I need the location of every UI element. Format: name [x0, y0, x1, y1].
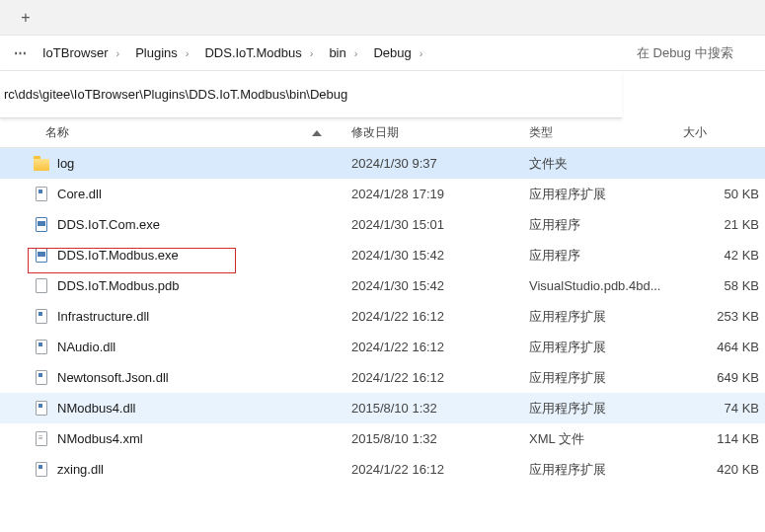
file-name-cell: NModbus4.xml [0, 431, 351, 447]
address-bar[interactable]: rc\dds\gitee\IoTBrowser\Plugins\DDS.IoT.… [0, 71, 622, 118]
file-name-cell: Core.dll [0, 187, 351, 202]
breadcrumb-label: Plugins [135, 45, 178, 60]
file-name-cell: DDS.IoT.Com.exe [0, 217, 351, 233]
file-size: 420 KB [683, 462, 765, 477]
file-name-cell: log [0, 156, 351, 172]
file-date: 2024/1/22 16:12 [351, 309, 529, 324]
file-name: Core.dll [57, 187, 102, 201]
sort-ascending-icon [312, 130, 322, 136]
file-size: 50 KB [683, 187, 765, 201]
document-file-icon [34, 431, 49, 447]
chevron-right-icon[interactable]: › [186, 47, 190, 59]
file-type: 应用程序扩展 [529, 369, 683, 387]
file-name: NModbus4.dll [57, 401, 136, 416]
file-name: Infrastructure.dll [57, 309, 149, 324]
file-date: 2024/1/30 15:01 [351, 217, 529, 232]
file-name: DDS.IoT.Com.exe [57, 217, 160, 232]
file-date: 2024/1/28 17:19 [351, 187, 529, 201]
chevron-right-icon[interactable]: › [420, 47, 423, 59]
file-type: 文件夹 [529, 155, 683, 173]
file-size: 253 KB [683, 309, 765, 324]
chevron-right-icon[interactable]: › [115, 47, 119, 59]
breadcrumb-item[interactable]: Debug› [367, 41, 428, 64]
breadcrumb-item[interactable]: Plugins› [129, 41, 194, 64]
breadcrumb-item[interactable]: DDS.IoT.Modbus› [198, 41, 319, 64]
column-size-header[interactable]: 大小 [683, 124, 765, 141]
dll-file-icon [34, 309, 49, 325]
file-size: 58 KB [683, 278, 765, 293]
breadcrumb-more[interactable]: ⋯ [8, 45, 33, 60]
column-label: 名称 [45, 124, 69, 141]
tab-bar: + [0, 0, 765, 36]
file-name: NModbus4.xml [57, 431, 143, 446]
file-row[interactable]: DDS.IoT.Modbus.exe2024/1/30 15:42应用程序42 … [0, 240, 765, 270]
search-input[interactable]: 在 Debug 中搜索 [629, 40, 757, 66]
file-type: 应用程序扩展 [529, 308, 683, 326]
breadcrumb-label: IoTBrowser [42, 45, 108, 60]
breadcrumb-item[interactable]: IoTBrowser› [37, 41, 125, 64]
file-type: 应用程序扩展 [529, 461, 683, 479]
file-size: 464 KB [683, 340, 765, 354]
file-date: 2015/8/10 1:32 [351, 431, 529, 446]
file-name-cell: DDS.IoT.Modbus.exe [0, 248, 351, 264]
file-type: XML 文件 [529, 430, 683, 448]
dll-file-icon [34, 370, 49, 386]
file-size: 649 KB [683, 370, 765, 385]
folder-icon [34, 156, 49, 172]
breadcrumb: ⋯ IoTBrowser› Plugins› DDS.IoT.Modbus› b… [8, 41, 629, 64]
file-row[interactable]: Infrastructure.dll2024/1/22 16:12应用程序扩展2… [0, 301, 765, 332]
file-row[interactable]: Core.dll2024/1/28 17:19应用程序扩展50 KB [0, 179, 765, 209]
file-date: 2024/1/22 16:12 [351, 340, 529, 354]
file-row[interactable]: Newtonsoft.Json.dll2024/1/22 16:12应用程序扩展… [0, 362, 765, 393]
file-date: 2024/1/30 9:37 [351, 156, 529, 171]
file-row[interactable]: NModbus4.dll2015/8/10 1:32应用程序扩展74 KB [0, 393, 765, 423]
file-name-cell: NModbus4.dll [0, 401, 351, 417]
exe-file-icon [34, 248, 49, 264]
file-date: 2024/1/22 16:12 [351, 370, 529, 385]
file-size: 42 KB [683, 248, 765, 263]
file-type: VisualStudio.pdb.4bd... [529, 278, 683, 293]
file-type: 应用程序 [529, 216, 683, 234]
file-row[interactable]: NModbus4.xml2015/8/10 1:32XML 文件114 KB [0, 423, 765, 454]
breadcrumb-label: Debug [373, 45, 411, 60]
file-row[interactable]: zxing.dll2024/1/22 16:12应用程序扩展420 KB [0, 454, 765, 485]
file-row[interactable]: log2024/1/30 9:37文件夹 [0, 148, 765, 179]
breadcrumb-label: DDS.IoT.Modbus [204, 45, 301, 60]
file-row[interactable]: DDS.IoT.Com.exe2024/1/30 15:01应用程序21 KB [0, 209, 765, 240]
breadcrumb-label: bin [329, 45, 345, 60]
column-name-header[interactable]: 名称 [0, 124, 351, 141]
chevron-right-icon[interactable]: › [354, 47, 358, 59]
breadcrumb-item[interactable]: bin› [323, 41, 363, 64]
column-headers: 名称 修改日期 类型 大小 [0, 118, 765, 148]
file-icon [34, 278, 49, 294]
file-type: 应用程序扩展 [529, 339, 683, 356]
file-list: log2024/1/30 9:37文件夹Core.dll2024/1/28 17… [0, 148, 765, 485]
file-date: 2024/1/22 16:12 [351, 462, 529, 477]
file-type: 应用程序 [529, 247, 683, 265]
file-date: 2024/1/30 15:42 [351, 248, 529, 263]
file-name: NAudio.dll [57, 340, 115, 354]
chevron-right-icon[interactable]: › [310, 47, 314, 59]
file-name-cell: zxing.dll [0, 462, 351, 478]
file-name: log [57, 156, 74, 171]
breadcrumb-row: ⋯ IoTBrowser› Plugins› DDS.IoT.Modbus› b… [0, 36, 765, 71]
file-name: DDS.IoT.Modbus.exe [57, 248, 179, 263]
file-date: 2015/8/10 1:32 [351, 401, 529, 416]
file-size: 114 KB [683, 431, 765, 446]
file-name: zxing.dll [57, 462, 104, 477]
column-type-header[interactable]: 类型 [529, 124, 683, 141]
file-name-cell: NAudio.dll [0, 340, 351, 355]
file-size: 21 KB [683, 217, 765, 232]
file-type: 应用程序扩展 [529, 186, 683, 203]
dll-file-icon [34, 401, 49, 417]
file-name-cell: Infrastructure.dll [0, 309, 351, 325]
file-type: 应用程序扩展 [529, 400, 683, 418]
file-name-cell: Newtonsoft.Json.dll [0, 370, 351, 386]
path-text: rc\dds\gitee\IoTBrowser\Plugins\DDS.IoT.… [4, 87, 347, 102]
file-row[interactable]: NAudio.dll2024/1/22 16:12应用程序扩展464 KB [0, 332, 765, 362]
new-tab-button[interactable]: + [12, 4, 39, 32]
dll-file-icon [34, 462, 49, 478]
dll-file-icon [34, 340, 49, 355]
file-row[interactable]: DDS.IoT.Modbus.pdb2024/1/30 15:42VisualS… [0, 270, 765, 301]
column-date-header[interactable]: 修改日期 [351, 124, 529, 141]
